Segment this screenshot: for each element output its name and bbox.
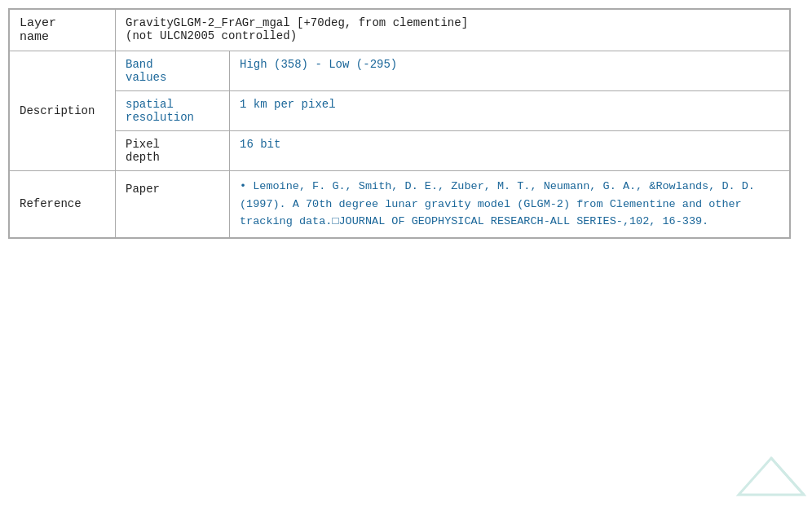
layer-name-row: Layer name GravityGLGM-2_FrAGr_mgal [+70… [10,10,790,51]
reference-row: Reference Paper • Lemoine, F. G., Smith,… [10,171,790,238]
pixel-depth-value-cell: 16 bit [230,131,790,171]
description-label-cell: Description [10,51,116,171]
band-values-value: High (358) - Low (-295) [240,58,397,71]
watermark-svg [735,454,808,499]
spatial-resolution-label: spatial resolution [126,98,194,124]
layer-name-value: GravityGLGM-2_FrAGr_mgal [+70deg, from c… [126,16,468,42]
info-table: Layer name GravityGLGM-2_FrAGr_mgal [+70… [8,8,791,239]
description-label: Description [20,104,95,117]
spatial-resolution-row: spatial resolution 1 km per pixel [10,91,790,131]
pixel-depth-label: Pixel depth [126,138,160,164]
paper-value-cell: • Lemoine, F. G., Smith, D. E., Zuber, M… [230,171,790,238]
paper-value: • Lemoine, F. G., Smith, D. E., Zuber, M… [240,180,761,227]
layer-name-value-cell: GravityGLGM-2_FrAGr_mgal [+70deg, from c… [116,10,790,51]
paper-label-cell: Paper [116,171,230,238]
layer-name-label-cell: Layer name [10,10,116,51]
spatial-resolution-label-cell: spatial resolution [116,91,230,131]
pixel-depth-row: Pixel depth 16 bit [10,131,790,171]
reference-label: Reference [20,197,82,210]
svg-line-2 [771,458,804,495]
spatial-resolution-value: 1 km per pixel [240,98,336,111]
pixel-depth-label-cell: Pixel depth [116,131,230,171]
svg-marker-0 [739,458,804,495]
band-values-row: Description Band values High (358) - Low… [10,51,790,91]
pixel-depth-value: 16 bit [240,138,280,151]
band-values-label: Band values [126,58,166,84]
band-values-value-cell: High (358) - Low (-295) [230,51,790,91]
reference-label-cell: Reference [10,171,116,238]
spatial-resolution-value-cell: 1 km per pixel [230,91,790,131]
watermark [735,454,800,495]
band-values-label-cell: Band values [116,51,230,91]
layer-name-label: Layer name [20,16,56,44]
paper-label: Paper [126,183,160,196]
